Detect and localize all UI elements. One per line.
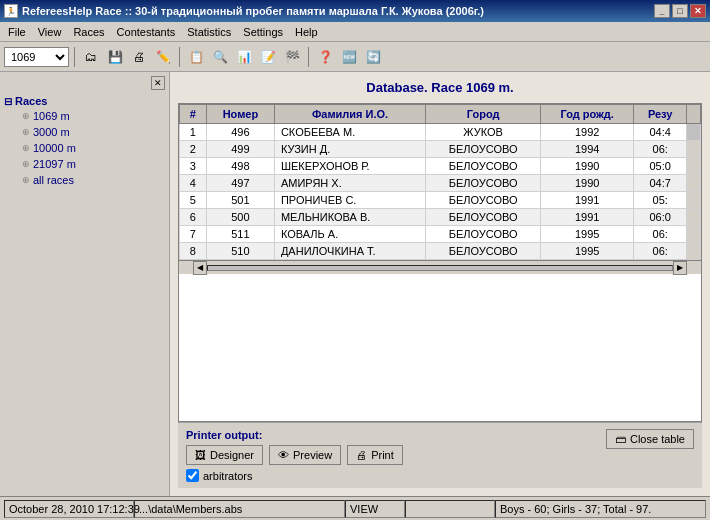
- table-cell: 5: [180, 192, 207, 209]
- designer-label: Designer: [210, 449, 254, 461]
- menu-races[interactable]: Races: [67, 24, 110, 40]
- toolbar-btn-2[interactable]: 💾: [104, 46, 126, 68]
- tree-plus-icon-10000: ⊕: [22, 143, 30, 153]
- status-input: [405, 500, 495, 518]
- table-cell: МЕЛЬНИКОВА В.: [274, 209, 425, 226]
- col-header-name: Фамилия И.О.: [274, 105, 425, 124]
- toolbar-btn-help[interactable]: ❓: [314, 46, 336, 68]
- table-cell: 1991: [541, 209, 634, 226]
- race-tree: ⊟ Races ⊕ 1069 m ⊕ 3000 m ⊕ 10000 m ⊕ 21…: [4, 94, 165, 188]
- toolbar-btn-refresh[interactable]: 🔄: [362, 46, 384, 68]
- designer-icon: 🖼: [195, 449, 206, 461]
- toolbar-btn-new[interactable]: 🆕: [338, 46, 360, 68]
- scroll-indicator: [687, 209, 701, 226]
- tree-plus-icon-3000: ⊕: [22, 127, 30, 137]
- menu-file[interactable]: File: [2, 24, 32, 40]
- toolbar-separator-2: [179, 47, 180, 67]
- content-area: Database. Race 1069 m. # Номер Фамилия И…: [170, 72, 710, 496]
- table-cell: 1: [180, 124, 207, 141]
- menu-statistics[interactable]: Statistics: [181, 24, 237, 40]
- maximize-button[interactable]: □: [672, 4, 688, 18]
- toolbar-btn-4[interactable]: ✏️: [152, 46, 174, 68]
- toolbar-btn-9[interactable]: 🏁: [281, 46, 303, 68]
- toolbar-btn-8[interactable]: 📝: [257, 46, 279, 68]
- table-cell: 511: [206, 226, 274, 243]
- race-select[interactable]: 1069: [4, 47, 69, 67]
- table-cell: 1994: [541, 141, 634, 158]
- main-area: ✕ ⊟ Races ⊕ 1069 m ⊕ 3000 m ⊕ 10000 m ⊕ …: [0, 72, 710, 496]
- toolbar-separator-1: [74, 47, 75, 67]
- tree-item-all[interactable]: ⊕ all races: [4, 172, 165, 188]
- scroll-track[interactable]: [207, 265, 673, 271]
- title-bar-text: 🏃 RefereesHelp Race :: 30-й традиционный…: [4, 4, 484, 18]
- tree-expand-icon: ⊟: [4, 96, 12, 107]
- scroll-indicator: [687, 226, 701, 243]
- sidebar: ✕ ⊟ Races ⊕ 1069 m ⊕ 3000 m ⊕ 10000 m ⊕ …: [0, 72, 170, 496]
- scroll-right-button[interactable]: ▶: [673, 261, 687, 275]
- bottom-panel: Printer output: 🖼 Designer 👁 Preview 🖨 P…: [178, 422, 702, 488]
- menu-contestants[interactable]: Contestants: [111, 24, 182, 40]
- table-cell: БЕЛОУСОВО: [426, 243, 541, 260]
- col-header-city: Город: [426, 105, 541, 124]
- sidebar-close-button[interactable]: ✕: [151, 76, 165, 90]
- preview-label: Preview: [293, 449, 332, 461]
- arbitrators-checkbox[interactable]: [186, 469, 199, 482]
- tree-plus-icon-21097: ⊕: [22, 159, 30, 169]
- toolbar-btn-3[interactable]: 🖨: [128, 46, 150, 68]
- scroll-indicator: [687, 243, 701, 260]
- toolbar-btn-7[interactable]: 📊: [233, 46, 255, 68]
- preview-button[interactable]: 👁 Preview: [269, 445, 341, 465]
- close-table-button[interactable]: 🗃 Close table: [606, 429, 694, 449]
- tree-item-3000[interactable]: ⊕ 3000 m: [4, 124, 165, 140]
- printer-group: Printer output: 🖼 Designer 👁 Preview 🖨 P…: [186, 429, 403, 482]
- table-row: 7511КОВАЛЬ А.БЕЛОУСОВО199506:: [180, 226, 701, 243]
- data-table-container: # Номер Фамилия И.О. Город Год рожд. Рез…: [178, 103, 702, 422]
- table-cell: 06:: [634, 141, 687, 158]
- menu-help[interactable]: Help: [289, 24, 324, 40]
- table-cell: 04:4: [634, 124, 687, 141]
- col-header-scroll: [687, 105, 701, 124]
- close-table-label: Close table: [630, 433, 685, 445]
- print-label: Print: [371, 449, 394, 461]
- toolbar-btn-6[interactable]: 🔍: [209, 46, 231, 68]
- table-cell: 500: [206, 209, 274, 226]
- table-row: 4497АМИРЯН Х.БЕЛОУСОВО199004:7: [180, 175, 701, 192]
- arbitrators-row: arbitrators: [186, 469, 403, 482]
- table-cell: БЕЛОУСОВО: [426, 158, 541, 175]
- table-cell: БЕЛОУСОВО: [426, 175, 541, 192]
- menu-bar: File View Races Contestants Statistics S…: [0, 22, 710, 42]
- status-bar: October 28, 2010 17:12:39 ...\data\Membe…: [0, 496, 710, 520]
- scroll-indicator: [687, 141, 701, 158]
- tree-root-races[interactable]: ⊟ Races: [4, 94, 165, 108]
- col-header-year: Год рожд.: [541, 105, 634, 124]
- tree-root-label: Races: [15, 95, 47, 107]
- table-cell: 1991: [541, 192, 634, 209]
- table-cell: 6: [180, 209, 207, 226]
- toolbar-btn-5[interactable]: 📋: [185, 46, 207, 68]
- table-cell: ЖУКОВ: [426, 124, 541, 141]
- horizontal-scrollbar[interactable]: ◀ ▶: [179, 260, 701, 274]
- status-datetime: October 28, 2010 17:12:39: [4, 500, 134, 518]
- menu-settings[interactable]: Settings: [237, 24, 289, 40]
- toolbar-btn-1[interactable]: 🗂: [80, 46, 102, 68]
- table-cell: БЕЛОУСОВО: [426, 141, 541, 158]
- status-stats: Boys - 60; Girls - 37; Total - 97.: [495, 500, 706, 518]
- close-button[interactable]: ✕: [690, 4, 706, 18]
- minimize-button[interactable]: _: [654, 4, 670, 18]
- table-row: 3498ШЕКЕРХОНОВ Р.БЕЛОУСОВО199005:0: [180, 158, 701, 175]
- table-cell: 1990: [541, 175, 634, 192]
- tree-item-1069[interactable]: ⊕ 1069 m: [4, 108, 165, 124]
- scroll-indicator: [687, 158, 701, 175]
- window-controls[interactable]: _ □ ✕: [654, 4, 706, 18]
- tree-item-10000[interactable]: ⊕ 10000 m: [4, 140, 165, 156]
- designer-button[interactable]: 🖼 Designer: [186, 445, 263, 465]
- tree-item-21097[interactable]: ⊕ 21097 m: [4, 156, 165, 172]
- scroll-left-button[interactable]: ◀: [193, 261, 207, 275]
- table-cell: 1992: [541, 124, 634, 141]
- status-file: ...\data\Members.abs: [134, 500, 345, 518]
- scroll-indicator: [687, 175, 701, 192]
- menu-view[interactable]: View: [32, 24, 68, 40]
- printer-buttons: 🖼 Designer 👁 Preview 🖨 Print: [186, 445, 403, 465]
- print-button[interactable]: 🖨 Print: [347, 445, 403, 465]
- printer-output-label: Printer output:: [186, 429, 403, 441]
